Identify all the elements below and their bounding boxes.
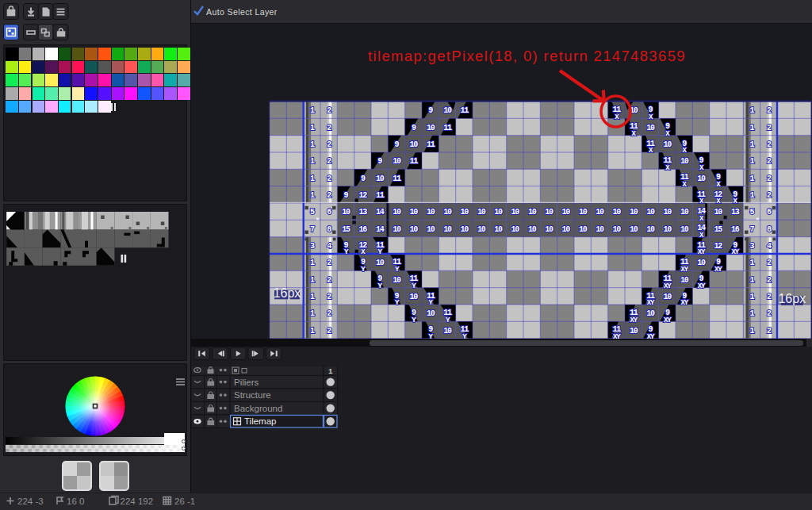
svg-text:10: 10 [561,225,570,234]
svg-text:10: 10 [680,276,689,285]
svg-text:10: 10 [680,208,689,217]
svg-text:10: 10 [646,124,655,132]
svg-text:10: 10 [646,208,655,217]
svg-text:10: 10 [477,225,486,234]
svg-text:16px: 16px [778,292,806,305]
svg-text:11: 11 [409,157,418,166]
svg-text:10: 10 [579,208,588,217]
svg-text:10: 10 [697,259,706,267]
svg-text:10: 10 [630,327,638,336]
svg-text:10: 10 [680,157,689,166]
svg-text:10: 10 [561,208,570,217]
svg-text:12: 12 [714,242,722,251]
svg-text:16px: 16px [274,286,301,300]
svg-text:10: 10 [663,225,672,234]
svg-text:11: 11 [376,191,385,200]
svg-text:10: 10 [409,225,418,234]
svg-text:26 -1: 26 -1 [174,497,195,506]
svg-text:16 0: 16 0 [67,497,84,506]
svg-text:10: 10 [646,309,655,318]
svg-text:Structure: Structure [234,390,271,400]
svg-text:11: 11 [393,174,401,183]
svg-text:10: 10 [376,174,385,183]
svg-text:10: 10 [393,276,401,285]
svg-text:10: 10 [443,208,452,217]
svg-text:15: 15 [714,225,722,234]
svg-text:10: 10 [663,293,672,301]
svg-text:10: 10 [528,208,537,217]
svg-text:Tilemap: Tilemap [244,416,276,426]
svg-text:10: 10 [630,225,638,234]
svg-text:10: 10 [646,225,655,234]
svg-text:10: 10 [494,208,503,217]
svg-text:10: 10 [663,140,672,149]
svg-text:10: 10 [427,208,435,217]
svg-text:10: 10 [427,124,435,132]
svg-text:10: 10 [612,225,621,234]
svg-text:10: 10 [494,225,503,234]
svg-text:10: 10 [342,208,350,217]
svg-text:10: 10 [545,225,553,234]
svg-text:10: 10 [596,208,604,217]
svg-text:10: 10 [680,225,689,234]
svg-text:10: 10 [393,208,401,217]
svg-text:224 192: 224 192 [121,497,154,506]
svg-text:11: 11 [460,106,469,115]
svg-text:16: 16 [731,225,740,234]
svg-text:16: 16 [358,225,367,234]
svg-text:1: 1 [328,368,333,376]
svg-text:10: 10 [443,225,452,234]
svg-text:Piliers: Piliers [234,377,259,386]
svg-text:10: 10 [427,309,435,318]
svg-text:10: 10 [409,293,418,301]
svg-text:10: 10 [697,174,706,183]
svg-text:Background: Background [234,403,282,412]
svg-text:10: 10 [511,225,519,234]
svg-text:13: 13 [731,208,740,217]
svg-text:10: 10 [477,208,486,217]
svg-text:10: 10 [579,225,588,234]
svg-text:10: 10 [460,225,469,234]
svg-text:10: 10 [443,327,452,336]
svg-text:14: 14 [376,225,385,234]
svg-text:15: 15 [342,225,350,234]
svg-text:10: 10 [393,157,401,166]
svg-text:13: 13 [358,208,367,217]
svg-text:10: 10 [545,208,553,217]
svg-text:10: 10 [663,208,672,217]
svg-text:12: 12 [358,191,367,200]
svg-text:10: 10 [511,208,519,217]
svg-text:10: 10 [460,208,469,217]
svg-text:11: 11 [427,140,435,149]
svg-text:10: 10 [714,208,722,217]
svg-text:10: 10 [612,208,621,217]
svg-text:10: 10 [630,208,638,217]
svg-text:10: 10 [409,140,418,149]
svg-text:10: 10 [596,225,604,234]
svg-text:224 -3: 224 -3 [17,497,44,506]
svg-text:10: 10 [528,225,537,234]
svg-text:11: 11 [443,124,452,132]
svg-text:tilemap:getPixel(18, 0) return: tilemap:getPixel(18, 0) return 214748365… [368,48,686,64]
svg-text:10: 10 [443,106,452,115]
svg-text:10: 10 [409,208,418,217]
svg-text:10: 10 [393,225,401,234]
svg-text:10: 10 [376,259,385,267]
svg-text:14: 14 [376,208,385,217]
svg-text:10: 10 [427,225,435,234]
